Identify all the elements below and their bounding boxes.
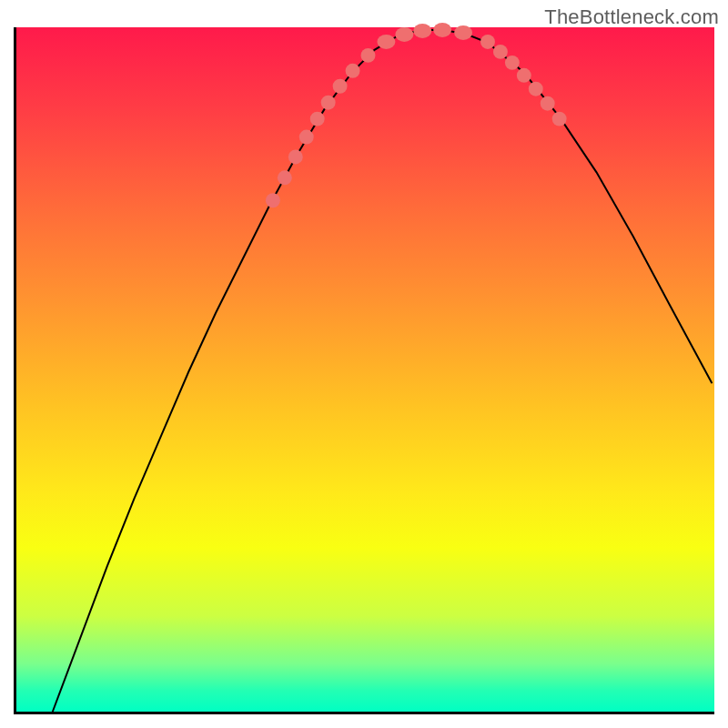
curve-marker: [395, 27, 413, 42]
marker-group: [266, 23, 567, 207]
curve-marker: [505, 56, 520, 70]
curve-marker: [361, 48, 376, 63]
curve-marker: [346, 64, 360, 78]
plot-area: [14, 27, 714, 714]
curve-marker: [480, 35, 495, 49]
curve-marker: [517, 68, 531, 83]
watermark-text: TheBottleneck.com: [544, 5, 719, 29]
curve-marker: [541, 96, 555, 111]
curve-marker: [310, 112, 325, 126]
curve-marker: [552, 112, 567, 126]
curve-layer: [16, 27, 714, 712]
chart-container: TheBottleneck.com: [0, 0, 728, 728]
curve-marker: [299, 130, 314, 145]
curve-marker: [493, 45, 508, 59]
bottleneck-curve: [53, 30, 712, 712]
curve-marker: [266, 193, 280, 207]
curve-marker: [433, 23, 451, 37]
curve-marker: [321, 96, 336, 110]
curve-marker: [278, 170, 292, 185]
curve-marker: [333, 79, 348, 94]
curve-marker: [288, 149, 303, 164]
curve-marker: [413, 24, 431, 38]
curve-marker: [454, 25, 472, 40]
curve-marker: [529, 82, 543, 96]
curve-marker: [377, 35, 395, 49]
